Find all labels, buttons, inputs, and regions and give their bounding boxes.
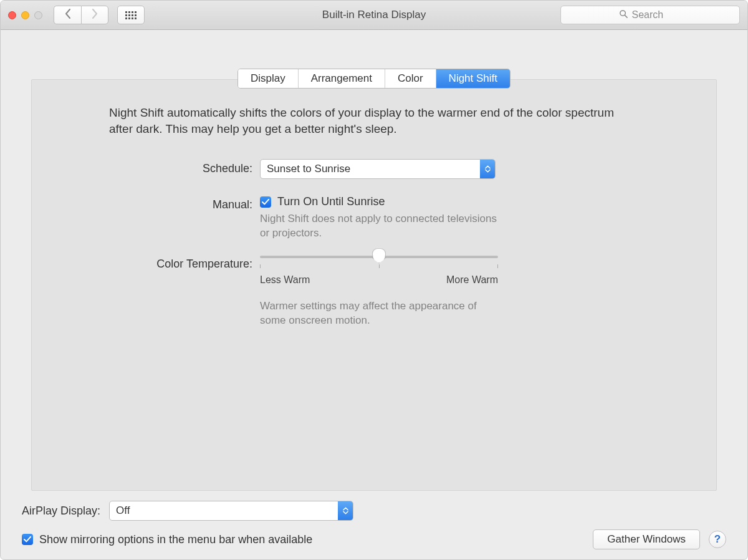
schedule-label: Schedule: bbox=[109, 159, 252, 175]
slider-knob[interactable] bbox=[372, 248, 386, 263]
manual-checkbox-label: Turn On Until Sunrise bbox=[277, 195, 385, 208]
tab-night-shift[interactable]: Night Shift bbox=[436, 69, 510, 88]
window-controls bbox=[8, 11, 42, 19]
preferences-window: Built-in Retina Display Display Arrangem… bbox=[0, 0, 748, 560]
slider-label-more: More Warm bbox=[446, 274, 498, 286]
search-input[interactable] bbox=[632, 9, 682, 21]
slider-labels: Less Warm More Warm bbox=[260, 274, 498, 286]
airplay-label: AirPlay Display: bbox=[22, 504, 100, 518]
grid-icon bbox=[125, 11, 137, 19]
checkmark-icon bbox=[262, 199, 269, 205]
color-temperature-label: Color Temperature: bbox=[109, 254, 252, 271]
tab-arrangement[interactable]: Arrangement bbox=[299, 69, 385, 88]
chevron-right-icon bbox=[92, 9, 98, 22]
airplay-value: Off bbox=[110, 501, 338, 520]
search-icon bbox=[619, 9, 632, 21]
night-shift-description: Night Shift automatically shifts the col… bbox=[109, 105, 639, 137]
mirroring-checkbox[interactable] bbox=[22, 534, 33, 545]
color-temperature-slider[interactable]: Less Warm More Warm bbox=[260, 254, 498, 286]
content-area: Display Arrangement Color Night Shift Ni… bbox=[1, 30, 747, 559]
help-button[interactable]: ? bbox=[709, 531, 726, 548]
schedule-popup[interactable]: Sunset to Sunrise bbox=[260, 159, 496, 179]
checkmark-icon bbox=[24, 536, 31, 543]
close-window-button[interactable] bbox=[8, 11, 16, 19]
tab-color[interactable]: Color bbox=[385, 69, 436, 88]
manual-label: Manual: bbox=[109, 195, 252, 211]
mirroring-checkbox-label: Show mirroring options in the menu bar w… bbox=[39, 533, 312, 546]
manual-hint: Night Shift does not apply to connected … bbox=[260, 212, 497, 241]
settings-panel: Night Shift automatically shifts the col… bbox=[31, 79, 717, 491]
back-button[interactable] bbox=[54, 6, 81, 24]
svg-line-1 bbox=[625, 15, 627, 17]
chevron-left-icon bbox=[65, 9, 71, 22]
titlebar: Built-in Retina Display bbox=[1, 1, 747, 30]
gather-windows-button[interactable]: Gather Windows bbox=[593, 529, 700, 549]
minimize-window-button[interactable] bbox=[21, 11, 29, 19]
tab-display[interactable]: Display bbox=[238, 69, 299, 88]
popup-arrows-icon bbox=[338, 501, 353, 520]
nav-buttons bbox=[54, 6, 108, 24]
tab-bar: Display Arrangement Color Night Shift bbox=[8, 69, 740, 89]
search-field-wrapper[interactable] bbox=[560, 6, 740, 24]
manual-checkbox[interactable] bbox=[260, 196, 271, 208]
show-all-button[interactable] bbox=[117, 6, 145, 24]
bottom-bar: AirPlay Display: Off Show mirroring opti… bbox=[8, 491, 740, 549]
zoom-window-button[interactable] bbox=[34, 11, 42, 19]
slider-label-less: Less Warm bbox=[260, 274, 310, 286]
forward-button[interactable] bbox=[81, 6, 108, 24]
airplay-popup[interactable]: Off bbox=[109, 501, 353, 521]
slider-ticks bbox=[260, 264, 498, 268]
schedule-value: Sunset to Sunrise bbox=[261, 160, 480, 178]
slider-hint: Warmer settings may affect the appearanc… bbox=[260, 299, 497, 328]
popup-arrows-icon bbox=[480, 160, 495, 178]
